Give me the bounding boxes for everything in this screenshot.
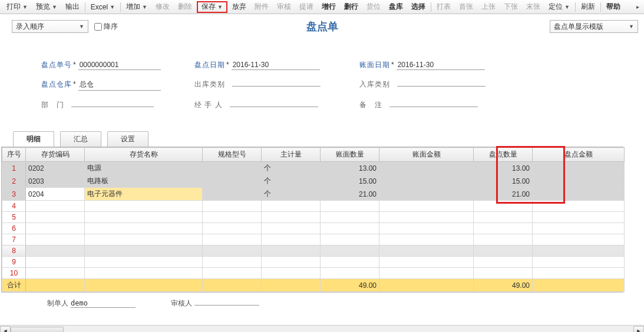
cell-count-qty[interactable]: 15.00: [474, 175, 533, 188]
detail-grid[interactable]: 序号 存货编码 存货名称 规格型号 主计量 账面数量 账面金额 盘点数量 盘点金…: [2, 147, 625, 292]
tab-summary[interactable]: 汇总: [60, 131, 101, 147]
print-button[interactable]: 打印▼: [3, 1, 31, 13]
doc-no-value[interactable]: 0000000001: [78, 61, 161, 70]
cell-code[interactable]: 0204: [26, 188, 85, 201]
cell-count-amt[interactable]: [533, 162, 625, 175]
handler-group: 经 手 人: [194, 100, 359, 110]
col-header-unit[interactable]: 主计量: [262, 148, 321, 162]
cell-spec[interactable]: [203, 162, 262, 175]
delete-button[interactable]: 删除: [174, 1, 196, 13]
table-row-empty[interactable]: 6: [2, 223, 625, 234]
bin-button[interactable]: 货位: [363, 1, 384, 13]
cell-spec[interactable]: [203, 188, 262, 201]
abandon-button[interactable]: 放弃: [229, 1, 250, 13]
cell-count-amt[interactable]: [533, 175, 625, 188]
help-button[interactable]: 帮助: [603, 1, 624, 13]
save-button[interactable]: 保存▼: [197, 1, 227, 13]
add-button[interactable]: 增加▼: [123, 1, 151, 13]
in-type-value[interactable]: [397, 85, 486, 87]
warehouse-group: 盘点仓库 * 总仓: [41, 79, 194, 91]
required-star: *: [226, 61, 229, 69]
preview-button[interactable]: 预览▼: [32, 1, 61, 13]
cell-name[interactable]: 电路板: [85, 175, 203, 188]
book-date-value[interactable]: 2016-11-30: [397, 61, 485, 70]
table-row[interactable]: 30204电子元器件个21.0021.00: [2, 188, 625, 201]
col-header-book-qty[interactable]: 账面数量: [321, 148, 379, 162]
table-row[interactable]: 20203电路板个15.0015.00: [2, 175, 625, 188]
table-row-empty[interactable]: 9: [2, 257, 625, 268]
cell-count-qty[interactable]: 21.00: [474, 188, 533, 201]
first-button[interactable]: 首张: [455, 1, 477, 13]
cell-code[interactable]: 0203: [26, 175, 85, 188]
cell-book-qty[interactable]: 15.00: [321, 175, 379, 188]
descending-checkbox-wrap[interactable]: 降序: [94, 22, 118, 32]
hscroll-right-icon[interactable]: ►: [633, 326, 644, 333]
stock-button[interactable]: 盘库: [385, 1, 407, 13]
toolbar-overflow-icon[interactable]: ▸: [634, 4, 642, 10]
main-toolbar: 打印▼ 预览▼ 输出 Excel▼ 增加▼ 修改 删除 保存▼ 放弃 附件 审核…: [0, 0, 644, 14]
dropdown-arrow-icon: ▼: [142, 4, 147, 10]
sort-order-combo[interactable]: 录入顺序 ▼: [12, 20, 88, 33]
refresh-button[interactable]: 刷新: [577, 1, 599, 13]
template-combo[interactable]: 盘点单显示模版 ▼: [550, 20, 638, 33]
col-header-seq[interactable]: 序号: [2, 148, 26, 162]
cell-book-qty[interactable]: 13.00: [321, 162, 379, 175]
last-button[interactable]: 末张: [523, 1, 544, 13]
dept-value[interactable]: [71, 106, 154, 107]
cell-name[interactable]: 电源: [85, 162, 203, 175]
attach-button[interactable]: 附件: [251, 1, 272, 13]
cell-book-qty[interactable]: 21.00: [321, 188, 379, 201]
addrow-button[interactable]: 增行: [318, 1, 339, 13]
toolbar-separator: [85, 2, 85, 12]
cell-spec[interactable]: [203, 175, 262, 188]
excel-button[interactable]: Excel▼: [87, 1, 118, 13]
dropdown-arrow-icon: ▼: [22, 4, 28, 10]
doc-date-value[interactable]: 2016-11-30: [232, 61, 320, 70]
hscroll-thumb[interactable]: [11, 327, 64, 333]
cell-name[interactable]: 电子元器件: [85, 188, 203, 201]
cell-unit[interactable]: 个: [262, 175, 321, 188]
table-row-empty[interactable]: 7: [2, 234, 625, 245]
out-type-value[interactable]: [232, 85, 321, 87]
cell-unit[interactable]: 个: [262, 188, 321, 201]
prev-button[interactable]: 上张: [478, 1, 499, 13]
table-row-empty[interactable]: 8: [2, 245, 625, 257]
handler-value[interactable]: [230, 106, 318, 107]
cell-unit[interactable]: 个: [262, 162, 321, 175]
table-row-empty[interactable]: 4: [2, 201, 625, 212]
edit-button[interactable]: 修改: [152, 1, 173, 13]
table-row-empty[interactable]: 5: [2, 212, 625, 223]
in-type-group: 入库类别: [359, 79, 524, 91]
delrow-button[interactable]: 删行: [341, 1, 362, 13]
col-header-count-amt[interactable]: 盘点金额: [533, 148, 625, 162]
col-header-book-amt[interactable]: 账面金额: [379, 148, 474, 162]
descending-checkbox[interactable]: [94, 23, 102, 31]
cell-book-amt[interactable]: [379, 162, 474, 175]
cell-count-amt[interactable]: [533, 188, 625, 201]
content-scroll-area[interactable]: 盘点单号 * 0000000001 盘点日期 * 2016-11-30 账面日期…: [0, 36, 644, 325]
submit-button[interactable]: 提请: [296, 1, 317, 13]
col-header-name[interactable]: 存货名称: [85, 148, 203, 162]
horizontal-scrollbar[interactable]: ◄ ►: [0, 325, 644, 332]
cell-book-amt[interactable]: [379, 188, 474, 201]
table-row[interactable]: 10202电源个13.0013.00: [2, 162, 625, 175]
col-header-spec[interactable]: 规格型号: [203, 148, 262, 162]
cell-code[interactable]: 0202: [26, 162, 85, 175]
col-header-code[interactable]: 存货编码: [26, 148, 85, 162]
warehouse-value[interactable]: 总仓: [78, 79, 161, 91]
report-button[interactable]: 打表: [433, 1, 454, 13]
cell-count-qty[interactable]: 13.00: [474, 162, 533, 175]
tab-detail[interactable]: 明细: [13, 131, 54, 147]
table-row-empty[interactable]: 10: [2, 268, 625, 279]
cell-book-amt[interactable]: [379, 175, 474, 188]
dropdown-arrow-icon: ▼: [79, 24, 84, 29]
tab-settings[interactable]: 设置: [107, 131, 148, 147]
select-button[interactable]: 选择: [408, 1, 429, 13]
locate-button[interactable]: 定位▼: [545, 1, 573, 13]
hscroll-left-icon[interactable]: ◄: [0, 326, 11, 333]
next-button[interactable]: 下张: [500, 1, 521, 13]
col-header-count-qty[interactable]: 盘点数量: [474, 148, 533, 162]
audit-button[interactable]: 审核: [273, 1, 295, 13]
output-button[interactable]: 输出: [62, 1, 83, 13]
remark-value[interactable]: [389, 106, 478, 107]
